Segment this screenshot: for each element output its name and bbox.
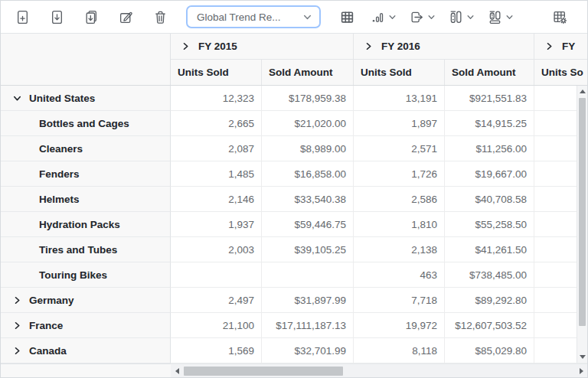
subtotal-button[interactable] (446, 5, 478, 28)
chart-view-icon (371, 10, 385, 24)
scroll-left-arrow[interactable] (171, 364, 183, 377)
horizontal-scrollbar[interactable] (171, 363, 587, 377)
chevron-down-icon (302, 12, 312, 22)
table-row: Tires and Tubes2,003$39,105.252,138$41,2… (1, 237, 587, 262)
row-header-cell[interactable]: Fenders (1, 161, 171, 187)
vertical-scrollbar-thumb[interactable] (579, 98, 586, 326)
value-column-header[interactable]: Units So (534, 60, 587, 85)
value-cell: 1,726 (354, 161, 445, 187)
row-header-cell[interactable]: Helmets (1, 187, 171, 212)
value-cell: $85,029.80 (445, 338, 534, 363)
value-cell: 2,003 (171, 237, 262, 262)
value-cell: $738,485.00 (445, 262, 534, 288)
column-group-label: FY (562, 41, 575, 52)
value-cell: $39,105.25 (262, 237, 354, 262)
row-header-cell[interactable]: Cleaners (1, 136, 171, 161)
remove-report-icon (153, 10, 168, 24)
value-cell: 13,191 (354, 86, 445, 111)
row-header-cell[interactable]: Germany (1, 288, 171, 313)
chevron-down-icon[interactable] (13, 94, 21, 103)
export-icon (410, 10, 424, 24)
value-cell: $12,607,503.52 (445, 313, 534, 338)
chevron-right-icon[interactable] (181, 42, 190, 51)
scroll-down-arrow[interactable] (577, 351, 587, 363)
column-group-label: FY 2015 (198, 41, 237, 52)
value-cell: $89,292.80 (445, 288, 534, 313)
row-header-cell[interactable]: Canada (1, 338, 171, 363)
chevron-right-icon[interactable] (364, 42, 373, 51)
field-list-icon (553, 10, 567, 24)
row-header-label: Cleaners (39, 143, 83, 155)
value-cell: 2,146 (171, 187, 262, 212)
grandtotal-icon (488, 10, 502, 24)
table-row: Fenders1,485$16,858.001,726$19,667.00 (1, 161, 587, 187)
row-header-label: United States (29, 93, 95, 104)
row-header-cell[interactable]: Bottles and Cages (1, 111, 171, 136)
row-header-label: Bottles and Cages (39, 118, 129, 129)
report-dropdown[interactable]: Global Trend Re... (186, 5, 321, 28)
save-as-report-icon (84, 10, 99, 24)
value-cell: 2,665 (171, 111, 262, 136)
value-cell: $33,540.38 (262, 187, 354, 212)
chevron-down-icon (388, 13, 397, 21)
bottom-strip (1, 363, 587, 377)
chart-view-button[interactable] (368, 5, 400, 28)
table-row: Touring Bikes463$738,485.00 (1, 262, 587, 288)
row-header-cell[interactable]: France (1, 313, 171, 338)
value-cell: $55,258.50 (445, 212, 534, 237)
row-header-label: Helmets (39, 194, 80, 205)
row-header-label: Germany (29, 295, 74, 306)
toolbar: Global Trend Re... (1, 1, 587, 34)
row-header-label: Hydration Packs (39, 219, 120, 230)
chevron-down-icon (466, 13, 475, 21)
table-row: Germany2,497$31,897.997,718$89,292.80 (1, 288, 587, 313)
chevron-right-icon[interactable] (13, 296, 21, 305)
value-cell: $19,667.00 (445, 161, 534, 187)
value-column-header[interactable]: Sold Amount (262, 60, 354, 85)
value-cell: 1,937 (171, 212, 262, 237)
column-group-label: FY 2016 (381, 41, 420, 52)
table-row: France21,100$17,111,187.1319,972$12,607,… (1, 313, 587, 338)
row-header-cell[interactable]: United States (1, 86, 171, 111)
horizontal-scrollbar-thumb[interactable] (184, 367, 343, 376)
grid-view-button[interactable] (333, 5, 361, 28)
column-group-header[interactable]: FY 2016 (354, 34, 534, 60)
row-header-label: Fenders (39, 168, 80, 180)
chevron-down-icon (427, 13, 436, 21)
export-button[interactable] (407, 5, 439, 28)
value-cell: 2,087 (171, 136, 262, 161)
value-cell: 2,571 (354, 136, 445, 161)
vertical-scrollbar[interactable] (577, 86, 587, 363)
chevron-right-icon[interactable] (545, 42, 554, 51)
chevron-right-icon[interactable] (13, 321, 21, 330)
row-header-cell[interactable]: Tires and Tubes (1, 237, 171, 262)
value-cell: $41,261.50 (445, 237, 534, 262)
table-row: Cleaners2,087$8,989.002,571$11,256.00 (1, 136, 587, 161)
header-corner-cell (1, 34, 171, 85)
remove-report-button[interactable] (146, 5, 174, 28)
value-column-header[interactable]: Units Sold (354, 60, 445, 85)
new-report-button[interactable] (8, 5, 36, 28)
column-group-header[interactable]: FY (534, 34, 587, 60)
value-cell: 21,100 (171, 313, 262, 338)
value-column-header[interactable]: Sold Amount (445, 60, 534, 85)
value-cell: 2,497 (171, 288, 262, 313)
column-group-header[interactable]: FY 2015 (171, 34, 354, 60)
save-report-button[interactable] (43, 5, 70, 28)
chevron-right-icon[interactable] (13, 347, 21, 355)
grandtotal-button[interactable] (485, 5, 517, 28)
row-header-label: Tires and Tubes (39, 244, 117, 256)
pivot-grid-body: United States12,323$178,959.3813,191$921… (1, 86, 587, 363)
value-column-header[interactable]: Units Sold (171, 60, 262, 85)
field-list-button[interactable] (546, 5, 573, 28)
save-as-report-button[interactable] (77, 5, 105, 28)
new-report-icon (15, 10, 30, 24)
value-cell: $921,551.83 (445, 86, 534, 111)
row-header-cell[interactable]: Hydration Packs (1, 212, 171, 237)
value-cell: 1,897 (354, 111, 445, 136)
value-cell: $8,989.00 (262, 136, 354, 161)
rename-report-button[interactable] (112, 5, 139, 28)
scroll-up-arrow[interactable] (577, 86, 587, 97)
row-header-cell[interactable]: Touring Bikes (1, 262, 171, 288)
scroll-right-arrow[interactable] (575, 364, 587, 377)
